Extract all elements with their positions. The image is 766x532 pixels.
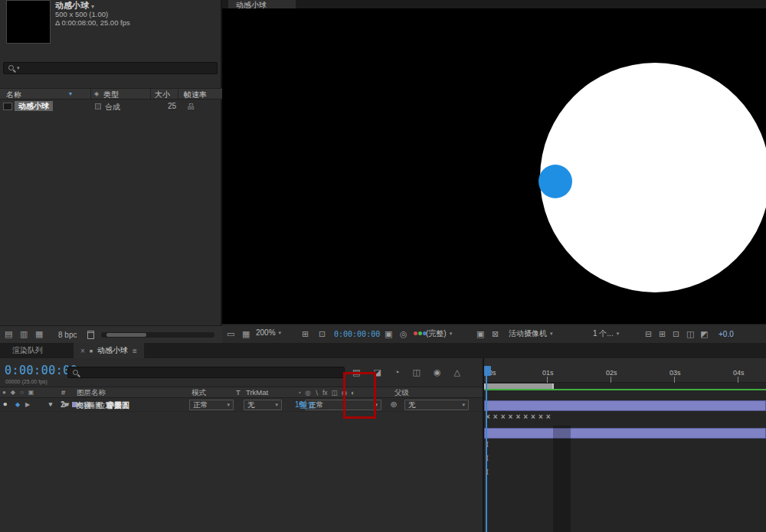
draft-3d-icon[interactable]: ◪ [373,367,381,377]
frame-blend-icon[interactable]: ◫ [412,367,420,377]
show-channel-icon[interactable] [414,331,427,335]
project-footer-bar: ▤ ▥ ▦ 8 bpc [0,325,222,343]
camera-view-select[interactable]: 活动摄像机 ▾ [509,328,553,339]
scrollbar-thumb[interactable] [106,333,146,337]
always-preview-icon[interactable]: ▭ [227,329,234,339]
comp-size-text: 500 x 500 (1.00) [55,10,108,18]
column-trkmat: TrkMat [246,388,268,397]
reset-exposure-icon[interactable]: ◩ [700,329,708,339]
project-item-row[interactable]: 动感小球 合成 25 品 [0,100,222,113]
column-parent[interactable]: 父级 [394,388,409,398]
column-mode[interactable]: 模式 [192,388,206,398]
work-area-bar[interactable] [484,383,554,389]
grid-guides-icon[interactable]: ⊞ [302,329,309,339]
column-layer-name[interactable]: 图层名称 [77,388,106,398]
background-circle-shape[interactable] [540,63,766,292]
column-framerate[interactable]: 帧速率 [184,90,207,100]
mask-visibility-icon[interactable]: ⊡ [319,329,326,339]
playhead-handle[interactable] [484,366,491,376]
bit-depth-button[interactable]: 8 bpc [58,331,77,339]
close-icon[interactable]: × [80,347,85,355]
timeline-search-input[interactable] [67,367,345,378]
new-composition-icon[interactable]: ▦ [35,329,43,339]
column-number: # [61,388,65,397]
current-time-indicator[interactable] [486,366,487,532]
project-panel: 动感小球 ▾ 500 x 500 (1.00) Δ 0:00:08:00, 25… [0,0,222,343]
track-shading [553,426,571,532]
layer-duration-bar[interactable] [484,400,766,411]
column-size[interactable]: 大小 [155,90,170,100]
magnification-select[interactable]: 200% ▾ [256,328,281,337]
label-tag-icon: ◈ [94,90,99,97]
project-search-input[interactable]: ▾ [3,62,218,74]
keyframe[interactable]: × [546,413,551,421]
timeline-panel: 渲染队列 × ■ 动感小球 ≡ 0:00:00:00 00000 (25.00 … [0,343,766,532]
keyframe[interactable]: × [493,413,498,421]
keyframe[interactable]: × [523,413,528,421]
chevron-down-icon: ▾ [279,330,282,336]
graph-editor-icon[interactable]: △ [453,367,460,377]
time-ruler[interactable]: 0s 01s 02s 03s 04s [484,358,766,383]
pixel-aspect-icon[interactable]: ⊟ [645,329,652,339]
comp-flowchart-icon[interactable]: ▤ [352,367,360,377]
comp-icon: ■ [90,348,93,354]
viewer-current-time[interactable]: 0:00:00:00 [334,330,380,338]
motion-blur-icon[interactable]: ◉ [434,367,441,377]
show-snapshot-icon[interactable]: ◎ [400,329,408,339]
resolution-select[interactable]: (完整) ▾ [426,328,452,339]
collapse-column-icon: ◎ [305,389,310,397]
column-name[interactable]: 名称 [6,90,21,100]
column-type[interactable]: 类型 [103,90,119,100]
ruler-tick [611,377,611,383]
new-folder-icon[interactable]: ▥ [20,329,28,339]
region-of-interest-icon[interactable]: ▣ [476,329,484,339]
red-channel-dot [414,331,417,335]
tab-comp-timeline[interactable]: × ■ 动感小球 ≡ [74,343,144,358]
keyframe[interactable]: × [509,413,513,421]
chevron-down-icon: ▾ [617,331,620,337]
composition-viewport[interactable] [222,8,766,324]
chevron-down-icon[interactable]: ▾ [91,3,94,10]
group-label[interactable]: 变换 [76,400,91,411]
sort-arrow-icon[interactable]: ▾ [69,90,72,97]
usage-icon: 品 [188,102,195,112]
audio-column-icon: ◆ [11,389,15,396]
transparency-grid-icon[interactable]: ⊠ [492,329,499,339]
ruler-label: 04s [733,369,745,377]
layer-column-header: ● ◆ ○ ▣ # 图层名称 模式 T TrkMat ◔ ◎ ∖ fx [0,387,483,398]
fast-previews-icon[interactable]: ⊞ [659,329,666,339]
chevron-down-icon: ▾ [550,331,553,337]
keyframe[interactable]: × [516,413,520,421]
timeline-tab-bar: 渲染队列 × ■ 动感小球 ≡ [0,343,766,358]
small-ball-shape[interactable] [538,165,572,198]
chevron-down-icon: ▾ [450,331,453,337]
layer-duration-bar[interactable] [484,428,766,439]
reset-link[interactable]: 重置 [300,400,316,411]
trash-icon[interactable] [87,331,94,339]
snapshot-camera-icon[interactable]: ▣ [385,329,392,339]
horizontal-scrollbar[interactable] [101,332,214,338]
expander-closed-icon[interactable]: ▶ [64,401,69,408]
transform-group-row[interactable]: ▶ 变换 重置 [0,398,483,412]
exposure-value[interactable]: +0.0 [719,330,734,338]
view-layout-select[interactable]: 1 个... ▾ [593,328,619,339]
timeline-button-icon[interactable]: ⊡ [673,329,679,339]
green-channel-dot [418,331,422,335]
av-column-icons: ● ◆ ○ ▣ [2,389,34,396]
comp-flowchart-icon[interactable]: ◫ [686,329,694,339]
keyframe[interactable]: × [531,413,535,421]
column-divider [150,89,151,99]
viewer-tab-bar: 动感小球 [222,0,766,8]
ruler-tick [547,377,548,383]
tab-render-queue[interactable]: 渲染队列 [5,343,51,358]
interpret-footage-icon[interactable]: ▤ [5,329,12,339]
keyframe[interactable]: × [501,413,506,421]
ruler-tick [674,377,675,383]
tab-composition[interactable]: 动感小球 [228,0,296,8]
hide-shy-icon[interactable]: ◔ [394,367,400,377]
panel-menu-icon[interactable]: ≡ [133,347,137,355]
main-viewer-icon[interactable]: ▦ [242,329,250,339]
keyframe[interactable]: × [538,413,543,421]
project-item-name[interactable]: 动感小球 [15,101,53,111]
timeline-track-area[interactable]: 0s 01s 02s 03s 04s × × × [484,358,766,532]
